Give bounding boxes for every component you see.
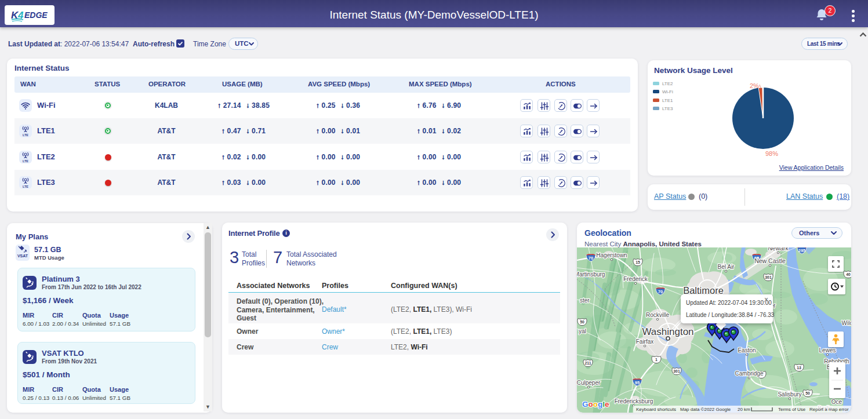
svg-text:Rockville: Rockville — [646, 312, 669, 318]
svg-text:211: 211 — [585, 361, 591, 365]
svg-text:Culpeper: Culpeper — [577, 380, 601, 386]
svg-text:98%: 98% — [765, 150, 778, 157]
svg-text:yal: yal — [579, 328, 586, 334]
svg-text:95: 95 — [635, 380, 640, 385]
svg-text:Hagerstown: Hagerstown — [596, 252, 627, 258]
svg-text:Oce: Oce — [831, 399, 842, 405]
svg-text:301: 301 — [765, 275, 772, 279]
svg-text:295: 295 — [798, 248, 806, 253]
svg-text:Newark: Newark — [768, 247, 789, 252]
svg-text:70: 70 — [589, 256, 593, 261]
svg-text:ster: ster — [580, 297, 590, 304]
svg-text:Fredericksburg: Fredericksburg — [615, 398, 653, 405]
svg-text:Bel Air: Bel Air — [718, 264, 735, 270]
svg-text:New Castle: New Castle — [754, 257, 786, 264]
svg-text:Martinsburg: Martinsburg — [577, 271, 605, 278]
svg-text:1: 1 — [655, 358, 658, 362]
svg-text:301: 301 — [673, 369, 680, 373]
svg-text:Frederick: Frederick — [623, 276, 648, 282]
svg-text:Washington: Washington — [642, 326, 693, 337]
svg-text:50: 50 — [580, 320, 584, 324]
svg-text:70: 70 — [658, 289, 663, 294]
svg-text:LTE: LTE — [23, 133, 28, 137]
svg-text:EDGE: EDGE — [24, 10, 48, 20]
svg-text:LTE: LTE — [23, 185, 28, 188]
svg-text:Google: Google — [582, 400, 609, 409]
svg-text:Easton: Easton — [738, 347, 756, 354]
svg-text:40: 40 — [846, 272, 851, 276]
svg-text:13: 13 — [797, 366, 801, 370]
svg-text:Fairfax: Fairfax — [636, 338, 654, 345]
svg-text:LTE: LTE — [23, 159, 28, 163]
svg-text:50: 50 — [805, 391, 810, 395]
svg-text:Lewes: Lewes — [819, 347, 836, 354]
svg-text:Wilc: Wilc — [842, 320, 851, 326]
svg-text:2%: 2% — [750, 83, 759, 89]
svg-text:15: 15 — [635, 260, 640, 264]
svg-text:Salisbury: Salisbury — [778, 391, 801, 398]
svg-text:Cambridge: Cambridge — [735, 370, 764, 377]
